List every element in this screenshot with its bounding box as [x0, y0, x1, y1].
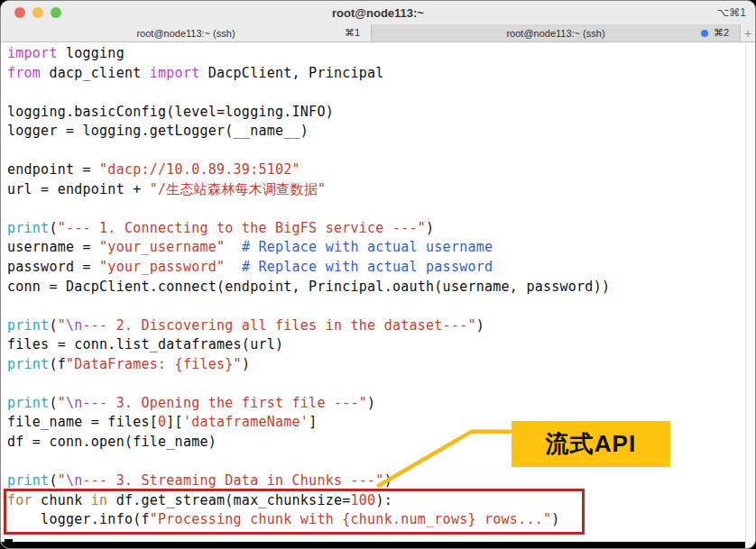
tab-label: root@node113:~ (ssh)	[136, 28, 235, 39]
scrollbar[interactable]	[745, 42, 755, 549]
code-line: files = conn.list_dataframes(url)	[7, 335, 610, 355]
code-line: logging.basicConfig(level=logging.INFO)	[7, 103, 610, 123]
code-line: url = endpoint + "/生态站森林每木调查数据"	[7, 180, 610, 200]
code-line: from dacp_client import DacpClient, Prin…	[7, 64, 610, 84]
code-line	[7, 452, 610, 471]
tab-ssh-2[interactable]: root@node113:~ (ssh) ⌘2	[371, 24, 740, 41]
code-line: print("\n--- 2. Discovering all files in…	[7, 316, 610, 336]
bottom-edge	[1, 542, 755, 549]
activity-dot-icon	[701, 30, 708, 37]
code-line: file_name = files[0]['dataframeName']	[7, 413, 610, 433]
code-line: logger = logging.getLogger(__name__)	[7, 122, 610, 142]
window-title: root@node113:~	[1, 6, 755, 20]
code-line: username = "your_username" # Replace wit…	[7, 238, 610, 258]
code-line: print("\n--- 3. Opening the first file -…	[7, 394, 610, 414]
code-line	[7, 142, 610, 161]
tab-ssh-1[interactable]: root@node113:~ (ssh) ⌘1	[1, 24, 371, 41]
title-bar: root@node113:~ ⌥⌘1	[1, 1, 755, 24]
code-area: import loggingfrom dacp_client import Da…	[7, 44, 610, 530]
code-line: print(f"DataFrames: {files}")	[7, 355, 610, 375]
code-line: endpoint = "dacp://10.0.89.39:5102"	[7, 160, 610, 180]
tab-label: root@node113:~ (ssh)	[506, 28, 604, 39]
tab-shortcut-label: ⌘1	[345, 27, 360, 39]
code-line: for chunk in df.get_stream(max_chunksize…	[7, 491, 610, 511]
code-line: password = "your_password" # Replace wit…	[7, 258, 610, 278]
terminal-content: import loggingfrom dacp_client import Da…	[1, 42, 755, 549]
code-line: conn = DacpClient.connect(endpoint, Prin…	[7, 278, 610, 297]
code-line	[7, 83, 610, 103]
code-line: import logging	[7, 44, 610, 64]
tab-bar: root@node113:~ (ssh) ⌘1 root@node113:~ (…	[1, 24, 755, 42]
code-line	[7, 297, 610, 316]
code-line: print("--- 1. Connecting to the BigFS se…	[7, 219, 610, 239]
window-shortcut-label: ⌥⌘1	[716, 6, 746, 19]
new-tab-button[interactable]: +	[740, 24, 755, 41]
code-line: logger.info(f"Processing chunk with {chu…	[7, 510, 610, 530]
terminal-window: root@node113:~ ⌥⌘1 root@node113:~ (ssh) …	[0, 0, 756, 549]
code-line	[7, 374, 610, 394]
code-line: df = conn.open(file_name)	[7, 433, 610, 453]
code-line	[7, 199, 610, 219]
tab-shortcut-label: ⌘2	[714, 27, 729, 39]
code-line: print("\n--- 3. Streaming Data in Chunks…	[7, 471, 610, 491]
